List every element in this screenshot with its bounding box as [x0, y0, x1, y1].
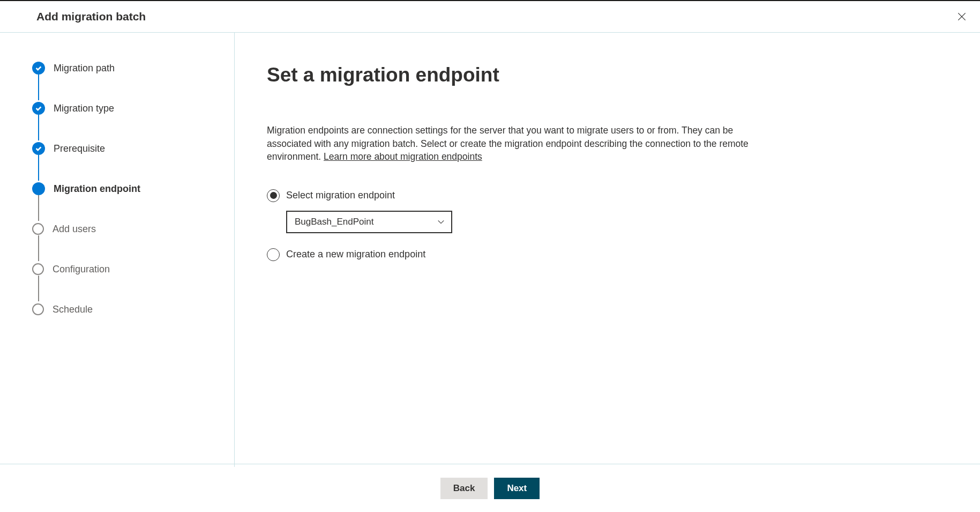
step-label: Add users [53, 224, 96, 235]
step-configuration[interactable]: Configuration [32, 262, 218, 277]
upcoming-step-icon [32, 303, 44, 315]
checkmark-icon [32, 142, 45, 155]
radio-option-create-endpoint[interactable]: Create a new migration endpoint [267, 248, 942, 261]
step-schedule[interactable]: Schedule [32, 302, 218, 317]
step-migration-type[interactable]: Migration type [32, 101, 218, 116]
step-label: Prerequisite [54, 143, 105, 154]
upcoming-step-icon [32, 223, 44, 235]
step-label: Migration endpoint [54, 183, 140, 195]
radio-input[interactable] [267, 248, 280, 261]
endpoint-select-container: BugBash_EndPoint [286, 211, 942, 233]
content-title: Set a migration endpoint [267, 64, 942, 86]
chevron-down-icon [437, 218, 445, 226]
radio-label: Create a new migration endpoint [286, 249, 425, 260]
step-label: Configuration [53, 264, 110, 275]
content-description: Migration endpoints are connection setti… [267, 124, 749, 164]
main-container: Migration path Migration type Prerequisi… [0, 33, 980, 467]
step-label: Migration path [54, 63, 115, 74]
header: Add migration batch [0, 0, 980, 33]
checkmark-icon [32, 62, 45, 75]
close-button[interactable] [954, 9, 969, 24]
step-prerequisite[interactable]: Prerequisite [32, 141, 218, 156]
endpoint-select[interactable]: BugBash_EndPoint [286, 211, 452, 233]
current-step-icon [32, 182, 45, 195]
step-label: Schedule [53, 304, 93, 315]
select-value: BugBash_EndPoint [295, 217, 373, 227]
step-migration-endpoint[interactable]: Migration endpoint [32, 181, 218, 196]
endpoint-radio-group: Select migration endpoint BugBash_EndPoi… [267, 189, 942, 261]
back-button[interactable]: Back [440, 478, 488, 499]
learn-more-link[interactable]: Learn more about migration endpoints [324, 151, 482, 162]
footer: Back Next [0, 464, 980, 512]
checkmark-icon [32, 102, 45, 115]
radio-input[interactable] [267, 189, 280, 202]
close-icon [956, 11, 967, 22]
page-title: Add migration batch [36, 10, 146, 23]
step-list: Migration path Migration type Prerequisi… [32, 61, 218, 317]
radio-label: Select migration endpoint [286, 190, 395, 201]
step-label: Migration type [54, 103, 114, 114]
radio-option-select-endpoint[interactable]: Select migration endpoint [267, 189, 942, 202]
wizard-sidebar: Migration path Migration type Prerequisi… [0, 33, 235, 467]
step-migration-path[interactable]: Migration path [32, 61, 218, 76]
step-add-users[interactable]: Add users [32, 221, 218, 236]
content-area: Set a migration endpoint Migration endpo… [235, 33, 980, 467]
next-button[interactable]: Next [494, 478, 540, 499]
upcoming-step-icon [32, 263, 44, 275]
